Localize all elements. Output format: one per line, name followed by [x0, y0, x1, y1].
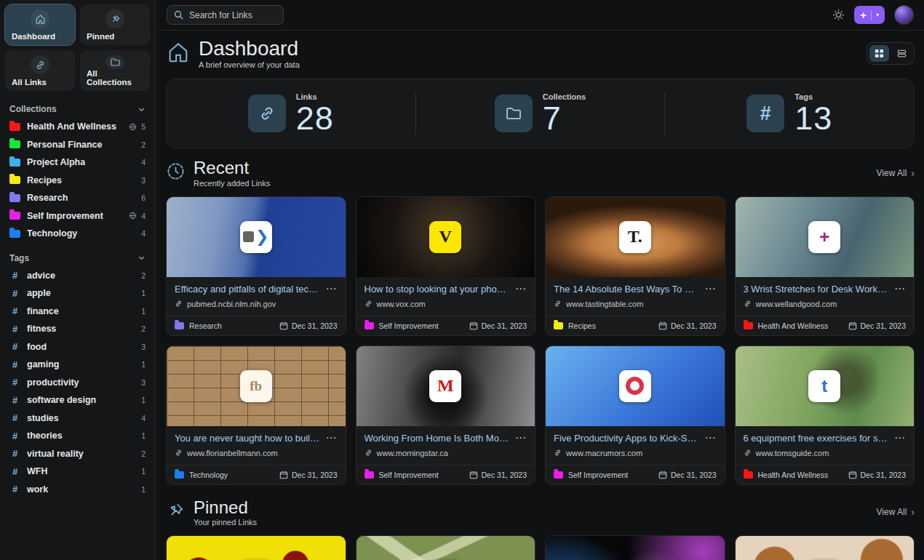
url-text: www.tastingtable.com	[566, 300, 643, 308]
link-card[interactable]: V How to stop looking at your phone - Vo…	[356, 196, 536, 336]
tag-row-food[interactable]: #food3	[5, 338, 150, 356]
sidebar-item-pinned[interactable]: Pinned	[80, 4, 150, 45]
more-button[interactable]: ⋯	[705, 284, 717, 294]
collection-name[interactable]: Technology	[189, 471, 228, 479]
collection-row-health-and-wellness[interactable]: Health And Wellness 5	[5, 118, 150, 136]
folder-icon	[105, 55, 124, 69]
search-input[interactable]	[189, 10, 276, 20]
more-button[interactable]: ⋯	[705, 433, 717, 443]
url-text: www.vox.com	[377, 300, 426, 308]
tag-row-work[interactable]: #work1	[5, 481, 150, 499]
avatar[interactable]	[894, 5, 914, 25]
hash-icon: #	[9, 305, 20, 316]
link-card[interactable]: Five Productivity Apps to Kick-Start the…	[545, 345, 725, 485]
card-url: www.vox.com	[365, 300, 527, 308]
view-all-link[interactable]: View All ›	[877, 506, 915, 518]
tag-row-apple[interactable]: #apple1	[5, 284, 150, 303]
collection-name[interactable]: Health And Wellness	[758, 471, 829, 479]
more-button[interactable]: ⋯	[515, 284, 527, 294]
tag-row-software-design[interactable]: #software design1	[5, 391, 150, 409]
tag-row-virtual-reality[interactable]: #virtual reality2	[5, 445, 150, 463]
tag-row-productivity[interactable]: #productivity3	[5, 374, 150, 392]
collection-row-self-improvement[interactable]: Self Improvement 4	[5, 207, 150, 225]
collection-name[interactable]: Self Improvement	[568, 471, 628, 479]
pinned-card[interactable]	[735, 535, 915, 560]
tag-row-fitness[interactable]: #fitness2	[5, 320, 150, 338]
sidebar-item-all-links[interactable]: All Links	[5, 50, 75, 91]
favicon-badge: fb	[240, 370, 272, 402]
collection-row-technology[interactable]: Technology 4	[5, 225, 150, 243]
folder-icon	[554, 471, 563, 479]
card-url: www.tastingtable.com	[554, 300, 717, 308]
stat-collections: Collections 7	[416, 92, 665, 135]
pinned-card[interactable]	[166, 535, 346, 560]
pinned-card[interactable]	[356, 535, 536, 560]
list-view-button[interactable]	[892, 45, 912, 62]
more-button[interactable]: ⋯	[894, 433, 906, 443]
card-title: 6 equipment free exercises for sculpting…	[744, 433, 889, 444]
card-thumbnail	[167, 536, 346, 560]
card-footer: Health And Wellness Dec 31, 2023	[736, 465, 915, 484]
tag-count: 1	[141, 360, 146, 369]
more-button[interactable]: ⋯	[515, 433, 527, 443]
search-box[interactable]	[167, 5, 284, 25]
section-subtitle: Your pinned Links	[194, 518, 257, 527]
caret-down-icon[interactable]: ▾	[876, 12, 879, 18]
tags-header: Tags	[5, 249, 150, 267]
card-title: Five Productivity Apps to Kick-Start the…	[554, 433, 699, 444]
collection-row-project-alpha[interactable]: Project Alpha 4	[5, 153, 150, 172]
sidebar-item-dashboard[interactable]: Dashboard	[5, 4, 75, 45]
chevron-down-icon[interactable]	[138, 105, 146, 113]
hash-icon: #	[9, 341, 20, 352]
link-card[interactable]: T. The 14 Absolute Best Ways To Elevate …	[545, 196, 725, 336]
chevron-right-icon: ›	[911, 506, 915, 518]
chevron-down-icon[interactable]	[138, 254, 146, 262]
pinned-card[interactable]	[545, 535, 725, 560]
tag-row-finance[interactable]: #finance1	[5, 303, 150, 321]
tag-count: 3	[141, 378, 146, 387]
stat-value: 28	[296, 102, 334, 135]
sidebar: Dashboard Pinned All Links All Collectio…	[0, 0, 156, 560]
tag-count: 3	[141, 343, 146, 351]
date-text: Dec 31, 2023	[482, 471, 527, 479]
more-button[interactable]: ⋯	[894, 284, 906, 294]
collection-name[interactable]: Recipes	[568, 321, 596, 330]
link-card[interactable]: ❯ Efficacy and pitfalls of digital techn…	[166, 196, 346, 336]
tag-row-gaming[interactable]: #gaming1	[5, 356, 150, 374]
collection-name[interactable]: Research	[189, 321, 222, 330]
collection-name[interactable]: Self Improvement	[379, 471, 439, 479]
tag-row-studies[interactable]: #studies4	[5, 409, 150, 428]
theme-toggle-sun-icon[interactable]	[832, 9, 845, 21]
view-all-link[interactable]: View All ›	[877, 167, 915, 179]
collection-row-personal-finance[interactable]: Personal Finance 2	[5, 136, 150, 154]
tag-count: 2	[141, 449, 146, 458]
link-card[interactable]: t 6 equipment free exercises for sculpti…	[735, 345, 915, 485]
chevron-right-icon: ›	[911, 167, 915, 179]
recent-grid: ❯ Efficacy and pitfalls of digital techn…	[166, 196, 915, 485]
tag-count: 2	[141, 271, 146, 280]
date-badge: Dec 31, 2023	[279, 471, 337, 479]
section-title: Pinned	[194, 498, 257, 516]
more-button[interactable]: ⋯	[326, 284, 338, 294]
link-icon	[248, 95, 286, 132]
link-card[interactable]: M Working From Home Is Both More and L..…	[356, 345, 536, 485]
grid-view-button[interactable]	[869, 45, 889, 62]
hash-icon: #	[746, 95, 784, 132]
new-link-button[interactable]: + ▾	[854, 6, 885, 24]
collection-name[interactable]: Self Improvement	[379, 321, 439, 330]
date-text: Dec 31, 2023	[861, 321, 906, 330]
tag-row-theories[interactable]: #theories1	[5, 427, 150, 445]
sidebar-item-all-collections[interactable]: All Collections	[80, 50, 150, 91]
card-footer: Research Dec 31, 2023	[167, 316, 346, 335]
date-badge: Dec 31, 2023	[848, 321, 906, 330]
link-card[interactable]: fb You are never taught how to build qua…	[166, 345, 346, 485]
hash-icon: #	[9, 377, 20, 388]
tag-row-advice[interactable]: #advice2	[5, 267, 150, 285]
collection-row-research[interactable]: Research 6	[5, 189, 150, 207]
clock-icon	[166, 161, 186, 181]
more-button[interactable]: ⋯	[326, 433, 338, 443]
collection-row-recipes[interactable]: Recipes 3	[5, 172, 150, 190]
collection-name[interactable]: Health And Wellness	[758, 321, 829, 330]
tag-row-wfh[interactable]: #WFH1	[5, 463, 150, 481]
link-card[interactable]: + 3 Wrist Stretches for Desk Workers to …	[735, 196, 915, 336]
